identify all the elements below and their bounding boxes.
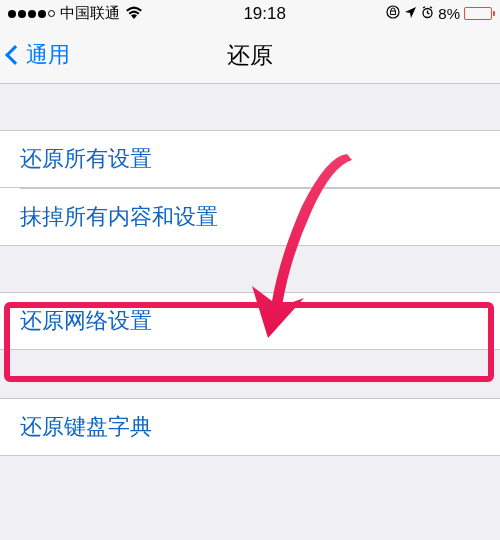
chevron-left-icon <box>5 45 25 65</box>
item-label: 还原网络设置 <box>20 306 152 336</box>
orientation-lock-icon <box>386 5 400 23</box>
status-left: 中国联通 <box>8 4 143 23</box>
signal-strength-icon <box>8 10 55 18</box>
reset-network-settings[interactable]: 还原网络设置 <box>0 292 500 350</box>
reset-all-settings[interactable]: 还原所有设置 <box>0 130 500 188</box>
status-bar: 中国联通 19:18 8% <box>0 0 500 27</box>
list-group-1: 还原所有设置 抹掉所有内容和设置 <box>0 130 500 246</box>
alarm-icon <box>421 5 434 23</box>
carrier-label: 中国联通 <box>60 4 120 23</box>
status-right: 8% <box>386 5 492 23</box>
item-label: 抹掉所有内容和设置 <box>20 202 218 232</box>
list-group-2: 还原网络设置 <box>0 292 500 350</box>
wifi-icon <box>125 5 143 23</box>
battery-icon <box>464 7 492 20</box>
list-group-3: 还原键盘字典 <box>0 398 500 456</box>
reset-keyboard-dictionary[interactable]: 还原键盘字典 <box>0 398 500 456</box>
battery-percent: 8% <box>438 5 460 22</box>
erase-all-content[interactable]: 抹掉所有内容和设置 <box>0 188 500 246</box>
back-label: 通用 <box>26 40 70 70</box>
item-label: 还原键盘字典 <box>20 412 152 442</box>
back-button[interactable]: 通用 <box>0 40 70 70</box>
item-label: 还原所有设置 <box>20 144 152 174</box>
location-icon <box>404 5 417 23</box>
page-title: 还原 <box>227 40 273 71</box>
nav-bar: 通用 还原 <box>0 27 500 84</box>
time-label: 19:18 <box>243 4 286 24</box>
